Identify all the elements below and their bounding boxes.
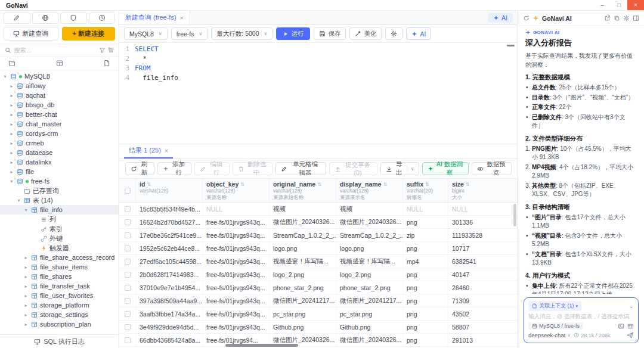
cell-original-name[interactable]: 微信图片_20240326...: [270, 216, 336, 228]
cell-suffix[interactable]: png: [403, 281, 448, 294]
row-checkbox[interactable]: [125, 311, 131, 317]
sort-icon[interactable]: ⇅: [240, 182, 244, 187]
add-row-button[interactable]: 添加行: [157, 162, 191, 175]
expand-arrow-icon[interactable]: ▸: [9, 150, 14, 156]
cell-id[interactable]: 27edf6ac105c44598...: [136, 255, 203, 268]
close-button[interactable]: ×: [627, 0, 644, 10]
ai-panel-toggle-button[interactable]: AI: [488, 13, 513, 23]
table-row[interactable]: 1952e5c62eb44ce8... free-fs/01jrvgs943q.…: [119, 242, 518, 255]
tree-table-item[interactable]: ▸ file_share_items: [0, 262, 119, 272]
tree-database-item[interactable]: ▸ bbsgo_db: [0, 100, 119, 110]
sql-log-button[interactable]: SQL 执行日志: [0, 334, 119, 348]
editor-settings-button[interactable]: [385, 27, 402, 40]
column-header-size[interactable]: size⇅ bigint 大小: [448, 179, 518, 202]
sort-icon[interactable]: ⇅: [147, 182, 151, 187]
minimize-button[interactable]: –: [594, 0, 611, 10]
column-header-original-name[interactable]: original_name⇅ varchar(128) 资源原始名称: [270, 179, 336, 202]
cell-size[interactable]: 10717: [448, 242, 518, 254]
copy-button[interactable]: [614, 15, 620, 21]
cell-size[interactable]: NULL: [448, 203, 518, 215]
column-header-suffix[interactable]: suffix⇅ varchar(20) 后缀名: [403, 179, 448, 202]
data-preview-button[interactable]: 数据预览: [472, 162, 512, 175]
row-checkbox[interactable]: [125, 219, 131, 225]
tree-connection-mysql8[interactable]: ▾ MySQL8: [0, 72, 119, 81]
expand-arrow-icon[interactable]: ▸: [9, 160, 14, 165]
cell-size[interactable]: 6382541: [448, 255, 518, 268]
ai-settings-button[interactable]: [623, 15, 630, 21]
sql-editor[interactable]: 1SELECT 2 * 3FROM 4 file_info: [119, 43, 518, 144]
cell-original-name[interactable]: Github.png: [270, 321, 336, 333]
query-tab[interactable]: 新建查询 (free-fs) ×: [119, 11, 190, 24]
cell-object-key[interactable]: free-fs/01jrvgs943q...: [203, 268, 270, 281]
cell-suffix[interactable]: zip: [403, 229, 448, 241]
tree-database-item[interactable]: ▸ crmeb: [0, 138, 119, 148]
row-checkbox[interactable]: [125, 259, 131, 265]
run-button[interactable]: 运行: [276, 27, 310, 40]
edit-tool-button[interactable]: [4, 13, 30, 24]
save-button[interactable]: 保存: [314, 27, 346, 40]
cell-object-key[interactable]: free-fs/01jrvgs943q...: [203, 307, 270, 320]
expand-arrow-icon[interactable]: ▸: [23, 293, 29, 299]
row-checkbox[interactable]: [125, 246, 131, 251]
editor-scrollbar[interactable]: [507, 45, 515, 46]
connection-select[interactable]: MySQL8∨: [124, 27, 168, 40]
cell-object-key[interactable]: NULL: [203, 203, 270, 215]
tree-database-item[interactable]: ▸ cordys-crm: [0, 129, 119, 138]
expand-arrow-icon[interactable]: ▸: [23, 265, 29, 270]
cell-original-name[interactable]: phone_star_2.png: [270, 281, 336, 294]
cell-object-key[interactable]: free-fs/01jrvgs943q...: [203, 294, 270, 307]
tree-table-item[interactable]: ▸ file_share_access_record: [0, 253, 119, 262]
cell-display-name[interactable]: 微信图片_20240326...: [336, 216, 403, 228]
cell-object-key[interactable]: free-fs/01jrvgs943q...: [203, 242, 270, 254]
search-input[interactable]: [14, 46, 97, 54]
tree-table-item[interactable]: ▸ file_shares: [0, 272, 119, 281]
tree-database-item[interactable]: ▸ file: [0, 167, 119, 176]
cell-suffix[interactable]: png: [403, 216, 448, 228]
horizontal-scrollbar[interactable]: [225, 344, 298, 347]
expand-arrow-icon[interactable]: ▸: [23, 284, 29, 289]
column-header-object-key[interactable]: object_key⇅ varchar(128) 资源名称: [203, 179, 270, 202]
table-row[interactable]: 3e49f929dde94d5d... free-fs/01jrvgs943q.…: [119, 321, 518, 334]
expand-arrow-icon[interactable]: ▸: [9, 141, 14, 146]
cell-size[interactable]: 71309: [448, 294, 518, 307]
cell-size[interactable]: 40147: [448, 268, 518, 281]
cell-id[interactable]: 17e0be36c2f541ce9...: [136, 229, 203, 241]
new-connection-button[interactable]: + 新建连接: [62, 27, 116, 41]
expand-arrow-icon[interactable]: ▸: [9, 131, 14, 136]
cell-id[interactable]: 66dbb43685424a8a...: [136, 334, 203, 346]
tree-table-item[interactable]: ▸ file_transfer_task: [0, 281, 119, 291]
cell-original-name[interactable]: 视频: [270, 203, 336, 215]
scope-chip[interactable]: MySQL8 / free-fs: [528, 322, 583, 330]
cell-id[interactable]: 3e49f929dde94d5d...: [136, 321, 203, 333]
sort-icon[interactable]: ⇅: [466, 182, 470, 187]
cell-size[interactable]: 111933528: [448, 229, 518, 241]
cell-display-name[interactable]: pc_star.png: [336, 307, 403, 320]
maximize-button[interactable]: □: [611, 0, 627, 10]
tree-triggers-item[interactable]: 触发器: [0, 243, 119, 253]
cell-suffix[interactable]: png: [403, 307, 448, 320]
table-row[interactable]: 3aafb3fbbe174a34a... free-fs/01jrvgs943q…: [119, 307, 518, 321]
database-select[interactable]: free-fs∨: [171, 27, 208, 40]
cell-id[interactable]: 1952e5c62eb44ce8...: [136, 242, 203, 254]
document-icon[interactable]: [103, 60, 110, 67]
cell-size[interactable]: 58807: [448, 321, 518, 333]
tree-columns-item[interactable]: 列: [0, 215, 119, 224]
tree-database-item[interactable]: ▸ chat_master: [0, 119, 119, 129]
results-tab[interactable]: 结果 1 (25) ×: [124, 146, 173, 159]
tree-database-item[interactable]: ▸ datalinkx: [0, 157, 119, 167]
refresh-button[interactable]: 刷新: [125, 162, 154, 175]
cell-id[interactable]: 397a398f509a44aa9...: [136, 294, 203, 307]
edit-row-button[interactable]: 编辑行: [194, 162, 229, 175]
editor-ai-button[interactable]: AI: [406, 27, 431, 40]
expand-arrow-icon[interactable]: ▸: [9, 122, 14, 127]
expand-arrow-icon[interactable]: ▸: [9, 112, 14, 117]
cell-suffix[interactable]: NULL: [403, 203, 448, 215]
model-select[interactable]: deepseek-chat ∨: [528, 332, 571, 338]
sort-icon[interactable]: ⇅: [317, 182, 321, 187]
tree-database-item[interactable]: ▸ better-chat: [0, 110, 119, 119]
cell-display-name[interactable]: 视频: [336, 203, 403, 215]
tree-tables-group[interactable]: ▾ 表 (14): [0, 195, 119, 205]
cell-size[interactable]: 291013: [448, 334, 518, 346]
cell-display-name[interactable]: 视频盛宴！库写隔...: [336, 255, 403, 268]
open-external-button[interactable]: [604, 15, 611, 21]
